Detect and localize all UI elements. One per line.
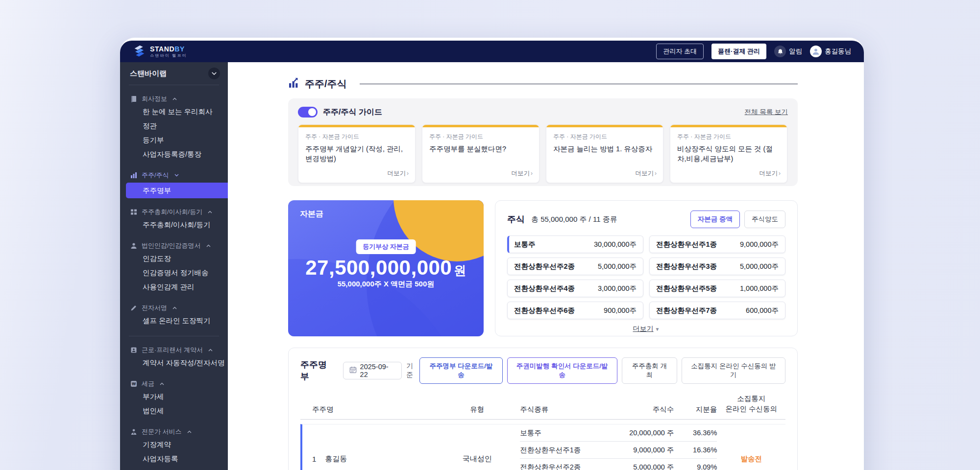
sidebar-section-tax[interactable]: ₩ 세금 xyxy=(120,378,228,390)
notifications-button[interactable]: 알림 xyxy=(774,46,802,57)
date-picker[interactable]: 2025-09-22 xyxy=(343,362,402,379)
guide-card-category: 주주 · 자본금 가이드 xyxy=(553,133,656,141)
sidebar-section-seal[interactable]: 법인인감/인감증명서 xyxy=(120,240,228,252)
sidebar-item[interactable]: 법인세 xyxy=(120,404,228,418)
guide-toggle[interactable] xyxy=(298,107,318,118)
capital-card: 자본금 등기부상 자본금 27,500,000,000원 55,000,000주… xyxy=(288,200,484,336)
sidebar-item[interactable]: 사업자등록증/통장 xyxy=(120,147,228,162)
sidebar-item[interactable]: 계약서 자동작성/전자서명 xyxy=(120,356,228,370)
sidebar-item[interactable]: 주주총회/이사회/등기 xyxy=(120,218,228,232)
sidebar-section-shareholders[interactable]: 주주/주식 xyxy=(120,169,228,181)
sidebar: 스탠바이랩 회사정보 한 눈에 보는 우리회사 정관 등기부 사업자등록증/통장… xyxy=(120,62,228,470)
user-menu[interactable]: 홍길동님 xyxy=(810,46,851,57)
sidebar-item[interactable]: 정관 xyxy=(120,119,228,133)
id-card-icon xyxy=(130,347,137,353)
won-icon: ₩ xyxy=(130,380,137,387)
chevron-up-icon xyxy=(208,349,213,352)
capital-amount: 27,500,000,000원 xyxy=(288,256,484,280)
chevron-up-icon xyxy=(208,211,212,213)
view-all-link[interactable]: 전체 목록 보기 xyxy=(744,108,788,117)
bar-chart-icon xyxy=(130,172,137,179)
download-certificate-button[interactable]: 주권미발행 확인서 다운로드/발송 xyxy=(507,357,617,384)
chevron-down-icon xyxy=(174,174,179,177)
guide-card-more-link[interactable]: 더보기› xyxy=(636,169,657,178)
guide-section: 주주/주식 가이드 전체 목록 보기 주주 · 자본금 가이드 주주명부 개념알… xyxy=(288,98,798,186)
table-row: 1 홍길동 국내성인 보통주 20,000,000 주 36.36% xyxy=(300,424,785,470)
notifications-label: 알림 xyxy=(789,47,802,56)
chevron-up-icon xyxy=(172,306,177,309)
guide-card: 주주 · 자본금 가이드 주주명부 개념알기 (작성, 관리, 변경방법) 더보… xyxy=(298,124,416,183)
chevron-up-icon xyxy=(172,97,177,100)
guide-card-more-link[interactable]: 더보기› xyxy=(388,169,409,178)
shareholder-name: 홍길동 xyxy=(325,454,347,464)
sidebar-item[interactable]: 사용인감계 관리 xyxy=(120,280,228,294)
sidebar-item[interactable]: 사업자등록 xyxy=(120,452,228,466)
page-title: 주주/주식 xyxy=(305,77,347,91)
stock-summary: 총 55,000,000 주 / 11 종류 xyxy=(531,215,617,224)
guide-card-more-link[interactable]: 더보기› xyxy=(512,169,533,178)
bell-icon xyxy=(774,46,786,57)
capital-label: 자본금 xyxy=(300,209,323,219)
chevron-up-icon xyxy=(187,430,192,433)
chevron-right-icon: › xyxy=(655,170,657,177)
notice-consent-button[interactable]: 소집통지 온라인 수신동의 받기 xyxy=(682,357,785,384)
header-stock-count: 주식수 xyxy=(603,405,674,414)
shareholder-table: 주주명 유형 주식종류 주식수 지분율 소집통지 온라인 수신동의 xyxy=(300,394,785,470)
sidebar-item[interactable]: 인감증명서 정기배송 xyxy=(120,266,228,280)
shareholder-type: 국내성인 xyxy=(434,424,520,470)
title-rule xyxy=(360,84,798,84)
capital-increase-button[interactable]: 자본금 증액 xyxy=(690,211,740,228)
guide-card-category: 주주 · 자본금 가이드 xyxy=(429,133,532,141)
stock-more-link[interactable]: 더보기 xyxy=(633,325,654,332)
guide-card-title: 주주명부를 분실했다면? xyxy=(429,144,532,154)
chevron-up-icon xyxy=(160,382,164,385)
guide-card-title: 자본금 늘리는 방법 1. 유상증자 xyxy=(553,144,656,154)
guide-card: 주주 · 자본금 가이드 자본금 늘리는 방법 1. 유상증자 더보기› xyxy=(546,124,663,183)
table-header: 주주명 유형 주식종류 주식수 지분율 소집통지 온라인 수신동의 xyxy=(300,394,785,420)
sidebar-item-shareholder-register[interactable]: 주주명부 xyxy=(126,183,228,198)
sidebar-section-contracts[interactable]: 근로·프리랜서 계약서 xyxy=(120,344,228,356)
workspace-switcher-button[interactable] xyxy=(208,68,220,79)
row-number: 1 xyxy=(312,455,316,463)
sidebar-section-expert[interactable]: 전문가 서비스 xyxy=(120,426,228,438)
sidebar-section-esign[interactable]: 전자서명 xyxy=(120,302,228,314)
register-title: 주주명부 xyxy=(300,359,335,382)
guide-card: 주주 · 자본금 가이드 주주명부를 분실했다면? 더보기› xyxy=(422,124,539,183)
sidebar-item[interactable]: 부가세 xyxy=(120,390,228,404)
sidebar-item[interactable]: 인감도장 xyxy=(120,252,228,266)
stock-item: 전환상환우선주3종5,000,000주 xyxy=(649,258,785,275)
sidebar-item[interactable]: 셀프 온라인 도장찍기 xyxy=(120,314,228,328)
guide-card-title: 주주명부 개념알기 (작성, 관리, 변경방법) xyxy=(305,144,408,164)
guide-card-more-link[interactable]: 더보기› xyxy=(760,169,781,178)
header-stock-kind: 주식종류 xyxy=(520,405,603,414)
shareholder-register-panel: 주주명부 2025-09-22 기준 주주명부 다운로드/발송 주권미발행 확인… xyxy=(288,348,798,470)
chevron-right-icon: › xyxy=(531,170,533,177)
sidebar-item[interactable]: 기장계약 xyxy=(120,438,228,452)
sidebar-section-meetings[interactable]: 주주총회/이사회/등기 xyxy=(120,206,228,218)
invite-admin-button[interactable]: 관리자 초대 xyxy=(656,44,704,59)
workspace-name: 스탠바이랩 xyxy=(130,69,167,78)
header-shareholder-name: 주주명 xyxy=(312,405,434,414)
expert-person-icon xyxy=(130,428,137,435)
pen-icon xyxy=(130,305,137,311)
app-window: STANDBY 스탠바이 헬프미 관리자 초대 플랜·결제 관리 알림 홍길동님 xyxy=(120,38,864,470)
hold-meeting-button[interactable]: 주주총회 개최 xyxy=(622,357,677,384)
main-content: 주주/주식 주주/주식 가이드 전체 목록 보기 주주 · 자본 xyxy=(228,62,864,470)
person-icon xyxy=(130,242,137,249)
brand-logo[interactable]: STANDBY 스탠바이 헬프미 xyxy=(133,44,187,59)
logo-subtitle: 스탠바이 헬프미 xyxy=(150,54,187,58)
logo-text: STANDBY xyxy=(150,46,187,52)
download-register-button[interactable]: 주주명부 다운로드/발송 xyxy=(419,357,502,384)
page-title-chart-icon xyxy=(288,77,300,91)
holding-row: 보통주 20,000,000 주 36.36% xyxy=(520,424,717,442)
sidebar-item[interactable]: 등기부 xyxy=(120,133,228,147)
header-notice-consent: 소집통지 온라인 수신동의 xyxy=(717,394,785,414)
guide-card: 주주 · 자본금 가이드 비상장주식 양도의 모든 것 (절차,비용,세금납부)… xyxy=(670,124,787,183)
plan-billing-button[interactable]: 플랜·결제 관리 xyxy=(711,44,766,59)
sidebar-item[interactable]: 한 눈에 보는 우리회사 xyxy=(120,105,228,119)
stock-transfer-button[interactable]: 주식양도 xyxy=(744,211,785,228)
sidebar-section-company[interactable]: 회사정보 xyxy=(120,93,228,105)
calendar-icon xyxy=(349,366,357,376)
stock-item: 전환상환우선주4종3,000,000주 xyxy=(507,280,643,297)
triangle-down-icon: ▼ xyxy=(655,327,660,332)
